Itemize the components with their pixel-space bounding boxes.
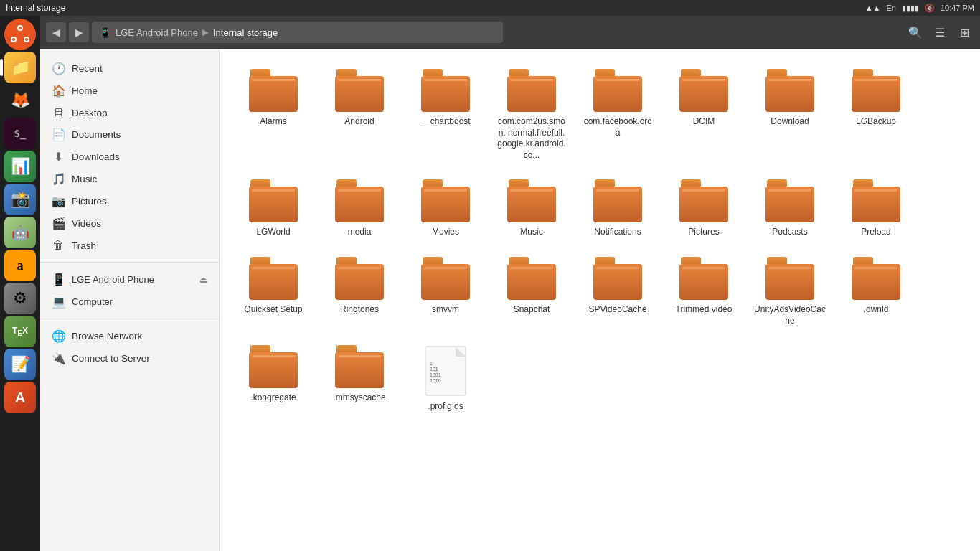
file-item-media[interactable]: media bbox=[320, 174, 399, 244]
sidebar-item-desktop[interactable]: 🖥Desktop bbox=[40, 102, 219, 123]
toolbar: ◀ ▶ 📱 LGE Android Phone ▶ Internal stora… bbox=[40, 16, 980, 49]
svg-rect-78 bbox=[854, 267, 897, 269]
search-button[interactable]: 🔍 bbox=[905, 22, 925, 42]
file-item-profigos[interactable]: 1 101 1001 1010 .profig.os bbox=[406, 339, 485, 418]
content-area: 🕐Recent🏠Home🖥Desktop📄Documents⬇Downloads… bbox=[40, 49, 980, 551]
eject-button-lge-phone[interactable]: ⏏ bbox=[199, 275, 207, 285]
file-item-smvvm[interactable]: smvvm bbox=[406, 251, 485, 332]
home-icon: 🏠 bbox=[52, 84, 65, 98]
file-name-snapchat: Snapchat bbox=[514, 304, 550, 316]
svg-rect-68 bbox=[593, 264, 642, 300]
svg-rect-21 bbox=[596, 79, 639, 81]
svg-rect-42 bbox=[510, 189, 553, 192]
file-item-preload[interactable]: Preload bbox=[837, 174, 915, 244]
sidebar-label-trash: Trash bbox=[72, 240, 96, 251]
sidebar-label-home: Home bbox=[72, 85, 98, 96]
file-name-smvvm: smvvm bbox=[432, 304, 459, 316]
file-item-kongregate[interactable]: .kongregate bbox=[234, 339, 313, 418]
dock-icon-shotwell[interactable]: 📸 bbox=[4, 184, 36, 215]
recent-icon: 🕐 bbox=[52, 62, 65, 75]
file-item-facebook[interactable]: com.facebook.orca bbox=[578, 63, 657, 166]
dock-icon-calc[interactable]: 📊 bbox=[4, 151, 36, 182]
file-item-mmsyscache[interactable]: .mmsyscache bbox=[320, 339, 399, 418]
folder-icon-lgworld bbox=[248, 179, 299, 222]
dock-icon-firefox[interactable]: 🦊 bbox=[4, 85, 36, 116]
file-item-podcasts[interactable]: Podcasts bbox=[750, 174, 829, 244]
browse-network-icon: 🌐 bbox=[52, 329, 65, 343]
back-button[interactable]: ◀ bbox=[46, 22, 66, 42]
sidebar-label-videos: Videos bbox=[72, 218, 101, 229]
sidebar-item-videos[interactable]: 🎬Videos bbox=[40, 212, 219, 235]
dock-icon-tex[interactable]: TEX bbox=[4, 316, 36, 347]
file-name-facebook: com.facebook.orca bbox=[582, 116, 654, 138]
svg-rect-11 bbox=[335, 76, 384, 112]
file-item-dcim[interactable]: DCIM bbox=[664, 63, 743, 166]
sidebar-item-pictures[interactable]: 📷Pictures bbox=[40, 190, 219, 212]
sidebar-item-home[interactable]: 🏠Home bbox=[40, 80, 219, 102]
sidebar-device-computer[interactable]: 💻Computer bbox=[40, 291, 219, 313]
svg-rect-23 bbox=[679, 76, 728, 112]
svg-rect-44 bbox=[593, 187, 642, 222]
documents-icon: 📄 bbox=[52, 128, 65, 141]
dock-icon-settings[interactable]: ⚙ bbox=[4, 283, 36, 314]
file-item-pictures[interactable]: Pictures bbox=[664, 174, 743, 244]
sidebar: 🕐Recent🏠Home🖥Desktop📄Documents⬇Downloads… bbox=[40, 49, 220, 551]
sidebar-item-documents[interactable]: 📄Documents bbox=[40, 123, 219, 146]
folder-icon-android bbox=[334, 69, 385, 112]
file-item-unityads[interactable]: UnityAdsVideoCache bbox=[750, 251, 829, 332]
file-item-download[interactable]: Download bbox=[750, 63, 829, 166]
file-item-quickset[interactable]: Quickset Setup bbox=[234, 251, 313, 332]
file-icon-profigos: 1 101 1001 1010 bbox=[424, 345, 467, 397]
folder-icon-snapchat bbox=[506, 257, 557, 300]
svg-rect-54 bbox=[854, 189, 897, 192]
svg-rect-51 bbox=[768, 189, 811, 192]
forward-button[interactable]: ▶ bbox=[69, 22, 89, 42]
file-item-chartboost[interactable]: __chartboost bbox=[406, 63, 485, 166]
sidebar-item-recent[interactable]: 🕐Recent bbox=[40, 57, 219, 80]
sidebar-network-connect-server[interactable]: 🔌Connect to Server bbox=[40, 347, 219, 369]
folder-icon-notifications bbox=[592, 179, 644, 222]
grid-button[interactable]: ⊞ bbox=[954, 22, 974, 42]
dock-icon-store[interactable]: A bbox=[4, 382, 36, 413]
file-item-com2us[interactable]: com.com2us.smon. normal.freefull. google… bbox=[492, 63, 571, 166]
dock-icon-android-studio[interactable]: 🤖 bbox=[4, 217, 36, 248]
folder-icon-dwnld bbox=[850, 257, 902, 300]
file-name-lgworld: LGWorld bbox=[256, 227, 290, 238]
folder-icon-trimmed bbox=[678, 257, 730, 300]
file-name-quickset: Quickset Setup bbox=[244, 304, 302, 316]
device-label: LGE Android Phone bbox=[116, 27, 198, 38]
folder-icon-dcim bbox=[678, 69, 730, 112]
dock-icon-files[interactable]: 📁 bbox=[4, 52, 36, 83]
svg-point-4 bbox=[19, 27, 22, 29]
file-item-music[interactable]: Music bbox=[492, 174, 571, 244]
file-item-lgworld[interactable]: LGWorld bbox=[234, 174, 313, 244]
dock-icon-ubuntu[interactable] bbox=[4, 19, 36, 50]
topbar-title: Internal storage bbox=[6, 3, 65, 13]
menu-button[interactable]: ☰ bbox=[930, 22, 950, 42]
dock-icon-terminal[interactable]: $_ bbox=[4, 118, 36, 149]
svg-rect-32 bbox=[249, 187, 298, 222]
file-item-ringtones[interactable]: Ringtones bbox=[320, 251, 399, 332]
sidebar-device-lge-phone[interactable]: 📱LGE Android Phone⏏ bbox=[40, 268, 219, 291]
sidebar-item-trash[interactable]: 🗑Trash bbox=[40, 235, 219, 256]
sidebar-item-music[interactable]: 🎵Music bbox=[40, 168, 219, 190]
dock-icon-docs[interactable]: 📝 bbox=[4, 349, 36, 380]
file-name-unityads: UnityAdsVideoCache bbox=[754, 304, 826, 326]
file-item-movies[interactable]: Movies bbox=[406, 174, 485, 244]
sidebar-network-browse-network[interactable]: 🌐Browse Network bbox=[40, 325, 219, 347]
file-item-lgbackup[interactable]: LGBackup bbox=[837, 63, 915, 166]
dock-icon-amazon[interactable]: a bbox=[4, 250, 36, 281]
file-item-dwnld[interactable]: .dwnld bbox=[837, 251, 915, 332]
file-item-spvideocache[interactable]: SPVideoCache bbox=[578, 251, 657, 332]
sidebar-divider-2 bbox=[40, 319, 219, 319]
svg-rect-83 bbox=[335, 352, 384, 388]
file-item-notifications[interactable]: Notifications bbox=[578, 174, 657, 244]
file-item-snapchat[interactable]: Snapchat bbox=[492, 251, 571, 332]
folder-icon-music bbox=[506, 179, 557, 222]
file-item-android[interactable]: Android bbox=[320, 63, 399, 166]
sidebar-item-downloads[interactable]: ⬇Downloads bbox=[40, 146, 219, 168]
svg-rect-30 bbox=[854, 79, 897, 81]
file-item-trimmed[interactable]: Trimmed video bbox=[664, 251, 743, 332]
sidebar-device-label-computer: Computer bbox=[72, 296, 113, 307]
file-item-alarms[interactable]: Alarms bbox=[234, 63, 313, 166]
